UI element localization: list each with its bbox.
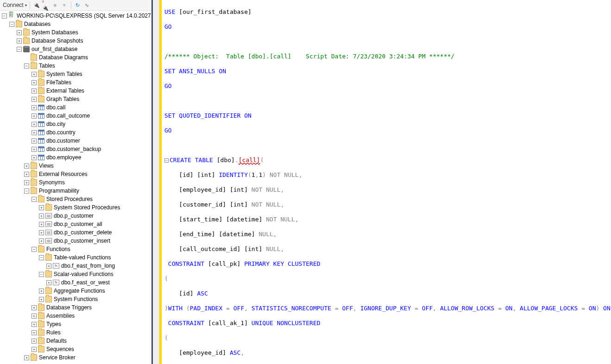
fn-node[interactable]: +fxdbo.f_east_or_west bbox=[0, 278, 151, 287]
collapse-icon[interactable]: − bbox=[17, 47, 22, 52]
external-resources-node[interactable]: +External Resources bbox=[0, 170, 151, 178]
table-node[interactable]: +dbo.customer_backup bbox=[0, 145, 151, 153]
svf-node[interactable]: −Scalar-valued Functions bbox=[0, 270, 151, 278]
synonyms-node[interactable]: +Synonyms bbox=[0, 178, 151, 187]
assemblies-node[interactable]: +Assemblies bbox=[0, 312, 151, 320]
table-node[interactable]: +dbo.customer bbox=[0, 137, 151, 145]
expand-icon[interactable]: + bbox=[39, 205, 44, 210]
disconnect-icon[interactable]: ᵡ🔌 bbox=[42, 1, 50, 9]
fold-icon[interactable]: − bbox=[164, 158, 169, 163]
expand-icon[interactable]: + bbox=[31, 330, 37, 335]
expand-icon[interactable]: + bbox=[31, 314, 37, 319]
collapse-icon[interactable]: − bbox=[9, 22, 14, 27]
expand-icon[interactable]: + bbox=[31, 155, 37, 160]
sp-node[interactable]: +dbo.p_customer_insert bbox=[0, 237, 151, 245]
expand-icon[interactable]: + bbox=[24, 355, 29, 360]
collapse-icon[interactable]: − bbox=[2, 13, 7, 19]
system-sp-node[interactable]: +System Stored Procedures bbox=[0, 203, 151, 212]
expand-icon[interactable]: + bbox=[46, 264, 51, 269]
expand-icon[interactable]: + bbox=[31, 322, 37, 327]
system-databases-node[interactable]: +System Databases bbox=[0, 28, 151, 37]
connect-button[interactable]: Connect bbox=[3, 2, 27, 8]
sp-node[interactable]: +dbo.p_customer_all bbox=[0, 220, 151, 228]
fn-node[interactable]: +fxdbo.f_east_from_long bbox=[0, 262, 151, 270]
sql-editor[interactable]: USE [our_first_database] GO /****** Obje… bbox=[162, 0, 611, 364]
expand-icon[interactable]: + bbox=[24, 180, 29, 185]
separator bbox=[71, 1, 71, 9]
collapse-icon[interactable]: − bbox=[31, 247, 37, 252]
table-node[interactable]: +dbo.call_outcome bbox=[0, 112, 151, 120]
collapse-icon[interactable]: − bbox=[31, 197, 37, 202]
expand-icon[interactable]: + bbox=[39, 230, 44, 235]
stop-icon[interactable]: ■ bbox=[51, 1, 59, 9]
expand-icon[interactable]: + bbox=[39, 238, 44, 244]
table-node[interactable]: +dbo.city bbox=[0, 120, 151, 128]
filter-icon[interactable]: ▼ bbox=[61, 1, 68, 9]
expand-icon[interactable]: + bbox=[31, 347, 37, 352]
expand-icon[interactable]: + bbox=[39, 213, 44, 219]
collapse-icon[interactable]: − bbox=[39, 255, 44, 260]
external-tables-node[interactable]: +External Tables bbox=[0, 87, 151, 95]
separator bbox=[30, 1, 30, 9]
table-node[interactable]: +dbo.employee bbox=[0, 153, 151, 162]
folder-icon bbox=[45, 296, 52, 302]
label: External Tables bbox=[46, 88, 84, 94]
views-node[interactable]: +Views bbox=[0, 162, 151, 170]
tvf-node[interactable]: −Table-valued Functions bbox=[0, 253, 151, 262]
folder-icon bbox=[31, 171, 37, 177]
expand-icon[interactable]: + bbox=[24, 172, 29, 177]
rules-node[interactable]: +Rules bbox=[0, 328, 151, 337]
functions-node[interactable]: −Functions bbox=[0, 245, 151, 253]
expand-icon[interactable]: + bbox=[31, 305, 37, 310]
table-node[interactable]: +dbo.call bbox=[0, 103, 151, 112]
expand-icon[interactable]: + bbox=[31, 113, 37, 119]
object-explorer: Connect 🔌 ᵡ🔌 ■ ▼ ↻ ∿ −WORKING-PC\SQLEXPR… bbox=[0, 0, 153, 364]
system-tables-node[interactable]: +System Tables bbox=[0, 70, 151, 78]
folder-icon bbox=[38, 338, 44, 344]
stored-procedures-node[interactable]: −Stored Procedures bbox=[0, 195, 151, 203]
database-snapshots-node[interactable]: +Database Snapshots bbox=[0, 37, 151, 45]
expand-icon[interactable]: + bbox=[31, 122, 37, 127]
database-node[interactable]: −our_first_database bbox=[0, 45, 151, 53]
expand-icon[interactable]: + bbox=[39, 222, 44, 227]
activity-icon[interactable]: ∿ bbox=[83, 1, 91, 9]
expand-icon[interactable]: + bbox=[31, 130, 37, 135]
expand-icon[interactable]: + bbox=[17, 30, 22, 35]
expand-icon[interactable]: + bbox=[31, 105, 37, 110]
expand-icon[interactable]: + bbox=[31, 339, 37, 344]
refresh-icon[interactable]: ↻ bbox=[74, 1, 82, 9]
object-tree[interactable]: −WORKING-PC\SQLEXPRESS (SQL Server 14.0.… bbox=[0, 11, 151, 364]
collapse-icon[interactable]: − bbox=[39, 272, 44, 277]
service-broker-node[interactable]: +Service Broker bbox=[0, 353, 151, 362]
expand-icon[interactable]: + bbox=[17, 38, 22, 44]
expand-icon[interactable]: + bbox=[39, 297, 44, 302]
expand-icon[interactable]: + bbox=[46, 280, 51, 285]
table-node[interactable]: +dbo.country bbox=[0, 128, 151, 137]
expand-icon[interactable]: + bbox=[31, 88, 37, 94]
expand-icon[interactable]: + bbox=[31, 147, 37, 152]
file-tables-node[interactable]: +FileTables bbox=[0, 78, 151, 87]
connect-icon[interactable]: 🔌 bbox=[33, 1, 40, 9]
expand-icon[interactable]: + bbox=[24, 163, 29, 169]
collapse-icon[interactable]: − bbox=[24, 63, 29, 69]
db-diagrams-node[interactable]: Database Diagrams bbox=[0, 53, 151, 62]
expand-icon[interactable]: + bbox=[31, 72, 37, 77]
expand-icon[interactable]: + bbox=[39, 289, 44, 294]
expand-icon[interactable]: + bbox=[31, 138, 37, 144]
agg-functions-node[interactable]: +Aggregate Functions bbox=[0, 287, 151, 295]
db-triggers-node[interactable]: +Database Triggers bbox=[0, 303, 151, 312]
tables-node[interactable]: −Tables bbox=[0, 62, 151, 70]
sequences-node[interactable]: +Sequences bbox=[0, 345, 151, 353]
programmability-node[interactable]: −Programmability bbox=[0, 187, 151, 195]
types-node[interactable]: +Types bbox=[0, 320, 151, 328]
expand-icon[interactable]: + bbox=[31, 97, 37, 102]
expand-icon[interactable]: + bbox=[31, 80, 37, 85]
sys-functions-node[interactable]: +System Functions bbox=[0, 295, 151, 303]
server-node[interactable]: −WORKING-PC\SQLEXPRESS (SQL Server 14.0.… bbox=[0, 12, 151, 20]
sp-node[interactable]: +dbo.p_customer bbox=[0, 212, 151, 220]
collapse-icon[interactable]: − bbox=[24, 188, 29, 194]
graph-tables-node[interactable]: +Graph Tables bbox=[0, 95, 151, 103]
databases-node[interactable]: −Databases bbox=[0, 20, 151, 28]
sp-node[interactable]: +dbo.p_customer_delete bbox=[0, 228, 151, 237]
defaults-node[interactable]: +Defaults bbox=[0, 337, 151, 345]
